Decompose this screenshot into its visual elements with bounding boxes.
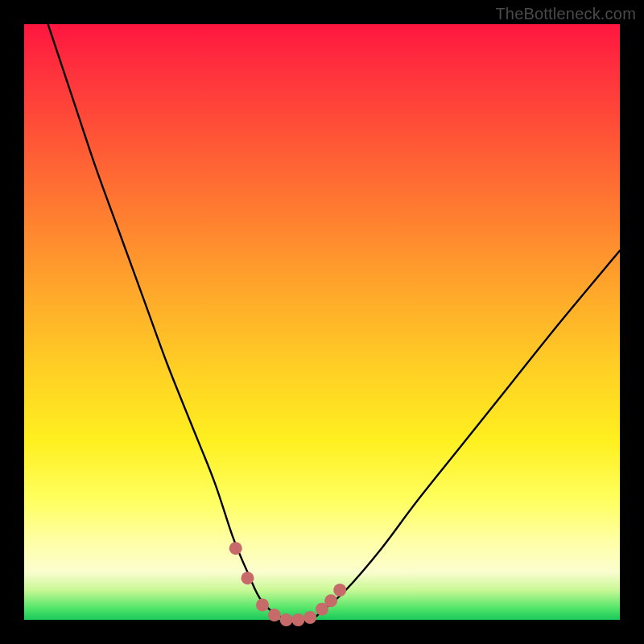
highlight-dot — [333, 584, 346, 597]
chart-frame: TheBottleneck.com — [0, 0, 644, 644]
plot-area — [24, 24, 620, 620]
highlight-dot — [324, 594, 337, 607]
highlight-dot — [268, 609, 281, 621]
curve-svg — [24, 24, 620, 620]
highlight-dot — [280, 613, 293, 626]
bottleneck-curve — [48, 24, 620, 621]
highlight-dots — [229, 542, 347, 626]
highlight-dot — [256, 599, 269, 612]
watermark-text: TheBottleneck.com — [495, 5, 636, 23]
highlight-dot — [291, 613, 304, 626]
highlight-dot — [242, 572, 254, 584]
highlight-dot — [303, 611, 316, 624]
highlight-dot — [229, 542, 242, 555]
